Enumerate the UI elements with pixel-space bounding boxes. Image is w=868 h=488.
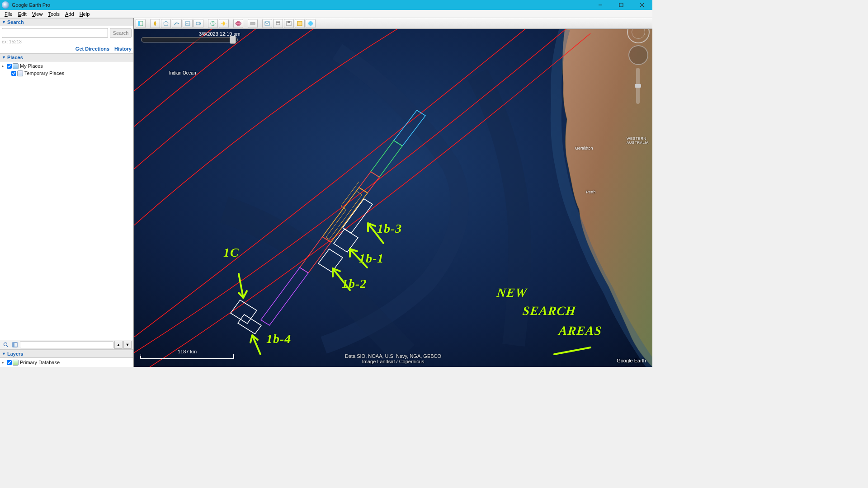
search-places-icon[interactable] bbox=[2, 341, 10, 349]
svg-point-13 bbox=[222, 22, 225, 25]
svg-rect-7 bbox=[13, 343, 14, 347]
navigation-widget[interactable]: N bbox=[627, 21, 650, 104]
google-earth-logo: Google Earth bbox=[617, 358, 646, 363]
svg-rect-1 bbox=[619, 3, 623, 7]
print-button[interactable] bbox=[273, 19, 283, 28]
historical-imagery-button[interactable] bbox=[208, 19, 218, 28]
checkbox-temporary-places[interactable] bbox=[11, 71, 16, 76]
expand-icon[interactable]: ▸ bbox=[2, 64, 6, 68]
svg-point-18 bbox=[236, 21, 241, 26]
search-heading: Search bbox=[7, 19, 24, 25]
tree-label: Temporary Places bbox=[24, 70, 64, 76]
zoom-slider[interactable] bbox=[636, 68, 640, 104]
menu-help[interactable]: Help bbox=[77, 11, 93, 17]
image-overlay-button[interactable] bbox=[183, 19, 193, 28]
app-icon bbox=[2, 1, 9, 9]
close-button[interactable] bbox=[632, 0, 652, 10]
layers-icon bbox=[13, 360, 19, 366]
svg-rect-26 bbox=[276, 23, 280, 25]
collapse-icon: ▼ bbox=[2, 55, 6, 60]
window-title: Google Earth Pro bbox=[11, 2, 590, 8]
toggle-sidebar-icon[interactable] bbox=[11, 341, 19, 349]
search-panel-header[interactable]: ▼ Search bbox=[0, 18, 133, 26]
search-hint: ex: 15213 bbox=[2, 39, 132, 44]
ruler-button[interactable] bbox=[248, 19, 258, 28]
sunlight-button[interactable] bbox=[219, 19, 229, 28]
history-link[interactable]: History bbox=[114, 46, 132, 52]
sign-in-button[interactable] bbox=[306, 19, 316, 28]
places-heading: Places bbox=[7, 55, 23, 60]
move-up-button[interactable]: ▲ bbox=[114, 341, 123, 349]
zoom-handle[interactable] bbox=[635, 84, 641, 88]
collapse-icon: ▼ bbox=[2, 20, 6, 24]
placemark-button[interactable] bbox=[150, 19, 160, 28]
menu-edit[interactable]: Edit bbox=[15, 11, 29, 17]
tree-label: Primary Database bbox=[20, 360, 60, 365]
folder-icon bbox=[13, 63, 19, 69]
checkbox-my-places[interactable] bbox=[7, 64, 12, 69]
menu-add[interactable]: Add bbox=[62, 11, 77, 17]
layers-panel-header[interactable]: ▼ Layers bbox=[0, 350, 133, 358]
opacity-slider[interactable] bbox=[20, 341, 113, 348]
get-directions-link[interactable]: Get Directions bbox=[75, 46, 109, 52]
email-button[interactable] bbox=[262, 19, 272, 28]
save-image-button[interactable] bbox=[284, 19, 294, 28]
view-in-maps-button[interactable] bbox=[295, 19, 305, 28]
sidebar: ▼ Search Search ex: 15213 Get Directions… bbox=[0, 18, 134, 367]
path-button[interactable] bbox=[172, 19, 182, 28]
svg-rect-9 bbox=[138, 21, 140, 26]
menu-file[interactable]: File bbox=[2, 11, 15, 17]
tree-row-my-places[interactable]: ▸ My Places bbox=[1, 62, 132, 70]
map-canvas bbox=[134, 29, 652, 367]
menubar: File Edit View Tools Add Help bbox=[0, 10, 652, 18]
svg-rect-11 bbox=[196, 22, 200, 25]
folder-icon bbox=[17, 70, 23, 76]
time-track[interactable] bbox=[141, 37, 238, 42]
map-viewport[interactable]: 3/8/2023 12:19 am bbox=[134, 18, 652, 367]
svg-point-31 bbox=[308, 21, 313, 26]
search-button[interactable]: Search bbox=[110, 28, 132, 38]
collapse-icon: ▼ bbox=[2, 352, 6, 356]
svg-line-5 bbox=[7, 346, 8, 347]
record-tour-button[interactable] bbox=[193, 19, 203, 28]
expand-icon[interactable]: ▸ bbox=[2, 360, 6, 365]
map-attribution: Data SIO, NOAA, U.S. Navy, NGA, GEBCO Im… bbox=[345, 353, 441, 364]
menu-tools[interactable]: Tools bbox=[45, 11, 62, 17]
layers-heading: Layers bbox=[7, 351, 23, 357]
svg-point-4 bbox=[4, 343, 7, 346]
tree-label: My Places bbox=[20, 63, 43, 69]
menu-view[interactable]: View bbox=[29, 11, 46, 17]
places-panel-header[interactable]: ▼ Places bbox=[0, 53, 133, 61]
svg-rect-30 bbox=[297, 21, 302, 26]
move-down-button[interactable]: ▼ bbox=[123, 341, 132, 349]
scale-bar: 1187 km bbox=[140, 356, 234, 359]
time-handle[interactable] bbox=[230, 36, 236, 44]
map-toolbar bbox=[134, 18, 652, 29]
search-input[interactable] bbox=[2, 28, 108, 38]
maximize-button[interactable] bbox=[611, 0, 632, 10]
scale-label: 1187 km bbox=[178, 349, 197, 354]
window-titlebar: Google Earth Pro bbox=[0, 0, 652, 10]
pan-control[interactable] bbox=[628, 45, 648, 65]
planets-button[interactable] bbox=[233, 19, 243, 28]
hide-sidebar-button[interactable] bbox=[136, 19, 146, 28]
tree-row-temporary-places[interactable]: Temporary Places bbox=[1, 70, 132, 77]
polygon-button[interactable] bbox=[161, 19, 171, 28]
tree-row-primary-database[interactable]: ▸ Primary Database bbox=[1, 359, 132, 366]
checkbox-primary-database[interactable] bbox=[7, 360, 12, 365]
svg-rect-29 bbox=[288, 21, 290, 23]
svg-rect-27 bbox=[277, 21, 279, 23]
places-toolbar: ▲ ▼ bbox=[0, 340, 133, 350]
minimize-button[interactable] bbox=[590, 0, 611, 10]
